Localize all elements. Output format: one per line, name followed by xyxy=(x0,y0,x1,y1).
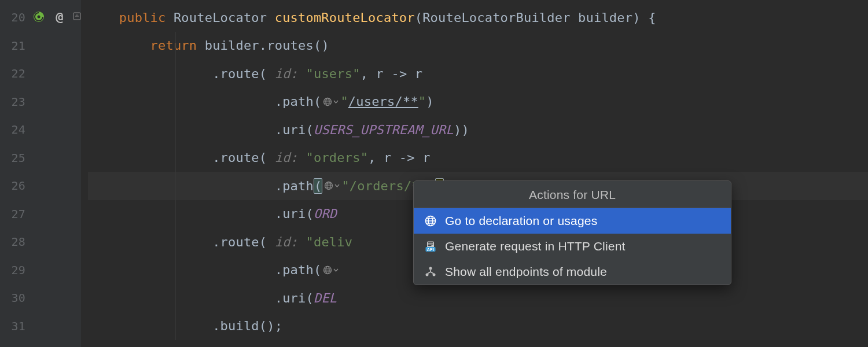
method-call: uri xyxy=(282,206,306,221)
line-number: 25 xyxy=(0,151,25,165)
method-call: route xyxy=(220,67,259,81)
method-call: path xyxy=(282,179,314,193)
line-number: 27 xyxy=(0,207,25,221)
method-call: path xyxy=(282,263,314,277)
method-call: uri xyxy=(282,291,306,305)
keyword: public xyxy=(119,10,166,25)
popup-title: Actions for URL xyxy=(414,181,731,208)
line-number: 28 xyxy=(0,235,25,249)
inlay-hint: id: xyxy=(275,150,298,165)
svg-point-1 xyxy=(38,16,41,19)
fold-icon[interactable] xyxy=(71,10,83,23)
method-call: routes xyxy=(267,38,314,53)
gutter: 20 @ 21 22 23 24 25 26 27 28 29 xyxy=(0,0,81,347)
code-line[interactable]: .path("/users/**") xyxy=(88,88,868,116)
code-line[interactable]: .route( id: "users", r -> r xyxy=(88,60,868,88)
lambda: r -> r xyxy=(384,150,431,165)
svg-rect-12 xyxy=(428,242,433,243)
keyword: return xyxy=(150,38,197,53)
code-line[interactable]: .route( id: "orders", r -> r xyxy=(88,144,868,172)
line-number: 20 xyxy=(0,10,25,24)
matched-paren: ( xyxy=(314,178,322,194)
line-number: 22 xyxy=(0,67,25,80)
line-number: 30 xyxy=(0,291,25,305)
globe-icon[interactable] xyxy=(321,97,340,106)
string-literal: "deliv xyxy=(306,235,353,249)
code-line[interactable]: public RouteLocator customRouteLocator(R… xyxy=(88,3,868,32)
svg-text:API: API xyxy=(427,248,434,252)
globe-icon[interactable] xyxy=(322,181,341,190)
code-line[interactable]: } xyxy=(88,340,868,347)
constant: DEL xyxy=(314,291,337,305)
string-literal: "orders" xyxy=(306,150,369,165)
line-number: 31 xyxy=(0,319,25,333)
popup-item-label: Go to declaration or usages xyxy=(445,214,597,228)
code-line[interactable]: .uri(USERS_UPSTREAM_URL)) xyxy=(88,116,868,144)
type: RouteLocatorBuilder xyxy=(422,10,570,25)
constant: USERS_UPSTREAM_URL xyxy=(314,123,454,137)
code-line[interactable]: .build(); xyxy=(88,312,868,341)
code-line[interactable]: .uri(DEL xyxy=(88,284,868,312)
method-call: uri xyxy=(282,123,306,137)
line-number: 26 xyxy=(0,179,25,193)
string-literal: "users" xyxy=(306,67,361,81)
api-icon: API xyxy=(424,240,437,253)
spring-bean-icon[interactable] xyxy=(32,10,45,23)
endpoints-icon xyxy=(424,265,437,278)
constant: ORD xyxy=(314,206,337,221)
code-area[interactable]: public RouteLocator customRouteLocator(R… xyxy=(81,0,868,347)
popup-item-label: Show all endpoints of module xyxy=(445,265,607,279)
method-call: build xyxy=(220,319,259,333)
code-editor[interactable]: 20 @ 21 22 23 24 25 26 27 28 29 xyxy=(0,0,868,347)
method-call: route xyxy=(220,150,259,165)
svg-point-17 xyxy=(429,267,432,270)
globe-icon xyxy=(424,215,437,227)
svg-rect-13 xyxy=(428,244,433,245)
line-number: 21 xyxy=(0,39,25,53)
type: RouteLocator xyxy=(174,10,267,25)
lambda: r -> r xyxy=(376,67,423,81)
actions-popup: Actions for URL Go to declaration or usa… xyxy=(413,180,731,285)
parameter: builder xyxy=(578,10,632,25)
inlay-hint: id: xyxy=(275,235,298,249)
svg-rect-14 xyxy=(428,245,432,246)
popup-item-generate-http[interactable]: API Generate request in HTTP Client xyxy=(414,234,731,259)
code-line[interactable]: return builder.routes() xyxy=(88,32,868,60)
method-call: path xyxy=(282,94,314,109)
url-path-link[interactable]: /users/** xyxy=(348,94,418,109)
line-number: 23 xyxy=(0,95,25,109)
annotation-icon[interactable]: @ xyxy=(53,10,66,23)
popup-item-label: Generate request in HTTP Client xyxy=(445,239,626,253)
popup-item-show-endpoints[interactable]: Show all endpoints of module xyxy=(414,259,731,285)
globe-icon[interactable] xyxy=(321,265,340,275)
inlay-hint: id: xyxy=(275,67,298,81)
method-name: customRouteLocator xyxy=(275,10,415,25)
line-number: 24 xyxy=(0,123,25,136)
popup-item-goto-declaration[interactable]: Go to declaration or usages xyxy=(414,208,731,234)
method-call: route xyxy=(220,235,259,249)
line-number: 29 xyxy=(0,263,25,277)
